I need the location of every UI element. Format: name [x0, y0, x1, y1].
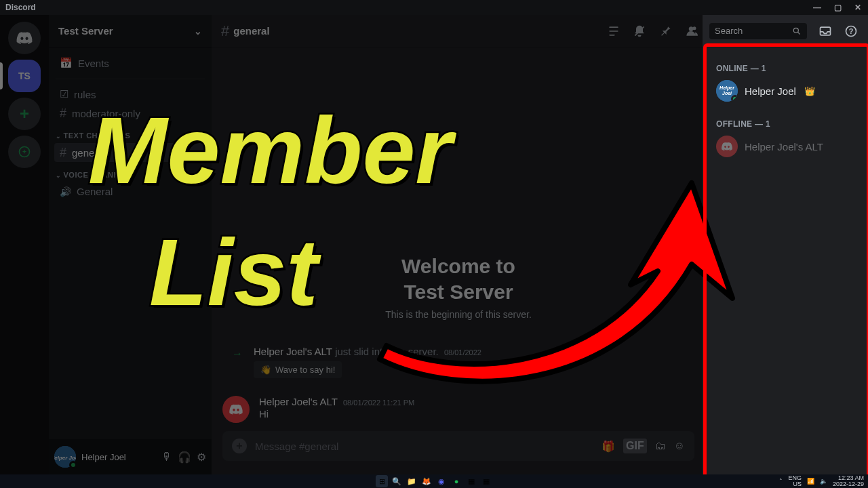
discord-logo-icon — [721, 140, 733, 152]
sticker-button[interactable]: 🗂 — [655, 440, 666, 452]
members-offline-header: OFFLINE — 1 — [716, 119, 863, 129]
discord-logo-icon — [16, 29, 33, 47]
status-online-icon — [731, 95, 738, 102]
deafen-button[interactable]: 🎧 — [178, 451, 191, 464]
taskbar-app-spotify[interactable]: ● — [450, 475, 462, 487]
tray-volume-icon[interactable]: 🔈 — [820, 478, 827, 485]
members-online-header: ONLINE — 1 — [716, 64, 863, 73]
svg-text:Joel: Joel — [722, 91, 732, 96]
system-join-message: → Helper Joel's ALT just slid into the s… — [222, 340, 694, 384]
close-button[interactable]: ✕ — [848, 0, 868, 15]
server-item-test-server[interactable]: TS — [8, 60, 41, 92]
svg-text:?: ? — [849, 27, 854, 35]
taskbar-app-explorer[interactable]: 📁 — [406, 475, 418, 487]
pinned-messages-button[interactable] — [658, 24, 673, 38]
message-row: Helper Joel's ALT 08/01/2022 11:21 PM Hi — [222, 390, 694, 427]
join-arrow-icon: → — [232, 348, 243, 360]
channel-title: # general — [221, 24, 270, 39]
notification-settings-button[interactable] — [632, 24, 647, 38]
mute-button[interactable]: 🎙 — [161, 451, 172, 464]
owner-crown-icon: 👑 — [804, 86, 815, 96]
calendar-icon: 📅 — [60, 57, 73, 69]
user-settings-button[interactable]: ⚙ — [197, 451, 206, 464]
taskbar-app-generic2[interactable]: ▦ — [480, 475, 492, 487]
server-name: Test Server — [58, 25, 113, 37]
active-server-indicator — [0, 62, 3, 89]
member-row-offline[interactable]: Helper Joel's ALT — [716, 133, 863, 160]
divider — [56, 79, 205, 79]
message-avatar[interactable] — [222, 396, 250, 423]
search-placeholder: Search — [715, 26, 743, 36]
taskbar-app-firefox[interactable]: 🦊 — [420, 475, 433, 487]
member-row-online[interactable]: HelperJoel Helper Joel 👑 — [716, 77, 863, 104]
message-composer[interactable]: + Message #general 🎁 GIF 🗂 ☺ — [222, 431, 694, 461]
chevron-down-icon: ⌄ — [56, 172, 62, 179]
taskbar-app-generic[interactable]: ▦ — [465, 475, 477, 487]
maximize-button[interactable]: ▢ — [827, 0, 848, 15]
help-button[interactable]: ? — [844, 24, 859, 38]
wave-label: Wave to say hi! — [275, 365, 335, 375]
self-avatar[interactable]: Helper Joel — [54, 446, 76, 468]
wave-button[interactable]: 👋 Wave to say hi! — [254, 361, 342, 378]
gif-button[interactable]: GIF — [623, 439, 647, 453]
member-list-toggle[interactable] — [684, 24, 698, 38]
taskbar-app-discord[interactable]: ◉ — [435, 475, 448, 487]
wave-icon: 👋 — [260, 365, 271, 375]
member-avatar — [716, 136, 738, 157]
tray-wifi-icon[interactable]: 📶 — [807, 478, 814, 485]
tray-clock[interactable]: 12:23 AM 2022-12-29 — [833, 475, 864, 487]
message-username[interactable]: Helper Joel's ALT — [259, 396, 338, 407]
svg-text:Helper: Helper — [719, 85, 735, 91]
discord-home-button[interactable] — [8, 22, 41, 54]
search-input[interactable]: Search — [709, 23, 807, 39]
add-server-button[interactable]: + — [8, 98, 41, 130]
tray-language[interactable]: ENG US — [788, 475, 802, 487]
user-panel: Helper Joel Helper Joel 🎙 🎧 ⚙ — [49, 439, 212, 474]
inbox-button[interactable] — [818, 24, 833, 38]
composer-placeholder: Message #general — [255, 441, 593, 452]
window-controls: — ▢ ✕ — [807, 0, 868, 15]
server-rail: TS + — [0, 15, 49, 474]
status-online-icon — [69, 461, 77, 469]
chevron-down-icon: ⌄ — [56, 133, 62, 140]
emoji-button[interactable]: ☺ — [674, 440, 685, 452]
speaker-icon: 🔊 — [60, 186, 71, 197]
app-name: Discord — [5, 3, 36, 12]
message-timestamp: 08/01/2022 11:21 PM — [343, 399, 414, 407]
rules-icon: ☑ — [60, 88, 68, 100]
gift-button[interactable]: 🎁 — [601, 440, 615, 453]
taskbar-search[interactable]: 🔍 — [391, 475, 403, 487]
member-name: Helper Joel's ALT — [745, 141, 823, 152]
svg-text:Helper Joel: Helper Joel — [54, 455, 76, 461]
attach-button[interactable]: + — [232, 439, 247, 453]
member-avatar: HelperJoel — [716, 80, 738, 102]
windows-taskbar: ⊞ 🔍 📁 🦊 ◉ ● ▦ ▦ ˄ ENG US 📶 🔈 12:23 AM 20… — [0, 474, 868, 488]
join-username[interactable]: Helper Joel's ALT — [254, 346, 332, 357]
window-titlebar: Discord — ▢ ✕ — [0, 0, 868, 15]
events-button[interactable]: 📅 Events — [54, 53, 206, 73]
channel-name: general — [233, 25, 269, 37]
chevron-down-icon: ⌄ — [194, 26, 202, 37]
explore-servers-button[interactable] — [8, 136, 41, 168]
svg-point-4 — [793, 28, 798, 33]
taskbar-start[interactable]: ⊞ — [376, 475, 388, 487]
overlay-text-member: Member — [88, 105, 452, 195]
join-text: just slid into the server. — [332, 346, 439, 357]
join-timestamp: 08/01/2022 — [444, 348, 481, 357]
hash-icon: # — [60, 107, 66, 119]
taskbar-center: ⊞ 🔍 📁 🦊 ◉ ● ▦ ▦ — [376, 475, 492, 487]
channel-header: # general Search ? — [212, 15, 868, 47]
member-list: ONLINE — 1 HelperJoel Helper Joel 👑 OFFL… — [705, 47, 868, 474]
taskbar-tray: ˄ ENG US 📶 🔈 12:23 AM 2022-12-29 — [779, 475, 864, 487]
threads-button[interactable] — [606, 24, 621, 38]
search-icon — [792, 26, 802, 36]
discord-logo-icon — [229, 402, 243, 417]
tray-chevron-icon[interactable]: ˄ — [779, 478, 783, 485]
hash-icon: # — [60, 146, 66, 159]
events-label: Events — [78, 58, 109, 69]
member-name: Helper Joel — [745, 85, 796, 97]
server-header[interactable]: Test Server ⌄ — [49, 15, 212, 47]
svg-line-5 — [798, 32, 800, 34]
compass-icon — [18, 145, 31, 159]
minimize-button[interactable]: — — [807, 0, 827, 15]
